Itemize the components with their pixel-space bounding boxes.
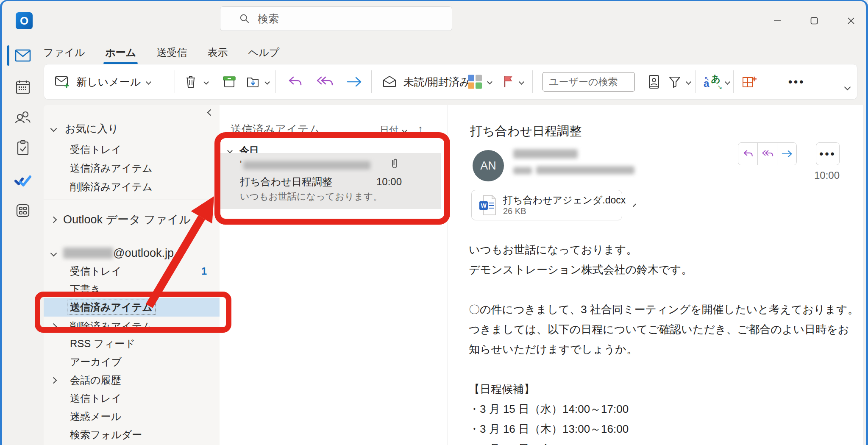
filter-dropdown-icon[interactable] (686, 79, 691, 85)
favorites-header[interactable]: お気に入り (44, 119, 220, 138)
rail-calendar[interactable] (2, 75, 44, 99)
tasks-icon (16, 140, 30, 156)
reading-pane: 打ち合わせ日程調整 ••• 10:00 AN (448, 105, 863, 445)
folder-conversation-history[interactable]: 会話の履歴 (44, 371, 220, 389)
minimize-button[interactable] (765, 9, 790, 33)
reply-button[interactable] (738, 143, 757, 165)
move-to-button[interactable] (246, 75, 269, 89)
outlook-window: O ファイル ホーム 送受信 表示 ヘルプ (0, 0, 868, 445)
collapse-ribbon-icon[interactable] (844, 84, 851, 91)
delete-dropdown-icon[interactable] (203, 79, 209, 85)
rail-mail[interactable] (2, 44, 44, 67)
message-subject: 打ち合わせ日程調整 (470, 123, 581, 140)
folder-drafts[interactable]: 下書き (44, 280, 220, 299)
search-bar[interactable] (220, 6, 452, 31)
unread-read-button[interactable]: 未読/開封済み (381, 75, 470, 89)
folder-outbox[interactable]: 送信トレイ (44, 389, 220, 408)
reply-all-button[interactable] (757, 143, 777, 165)
unread-count-badge: 1 (201, 266, 207, 277)
folder-deleted-items[interactable]: 削除済みアイテム (44, 317, 220, 336)
rail-todo[interactable] (2, 168, 44, 192)
tab-help[interactable]: ヘルプ (247, 45, 280, 60)
body-line: ・3 月 15 日（水）14:00～17:00 (469, 399, 854, 419)
folder-junk-email[interactable]: 迷惑メール (44, 407, 220, 426)
attachment-size: 26 KB (503, 206, 526, 216)
categorize-dropdown-icon[interactable] (487, 79, 492, 85)
rail-tasks[interactable] (2, 136, 44, 160)
minimize-icon (772, 16, 782, 26)
address-book-icon (648, 74, 660, 89)
search-input[interactable] (257, 12, 428, 25)
outlook-data-file[interactable]: Outlook データ ファイル (44, 210, 220, 229)
maximize-button[interactable] (802, 9, 826, 33)
forward-button[interactable] (346, 75, 363, 88)
folder-archive[interactable]: アーカイブ (44, 353, 220, 371)
sort-direction-button[interactable]: ↑ (418, 123, 423, 135)
more-actions-button[interactable]: ••• (816, 142, 840, 165)
folder-inbox[interactable]: 受信トレイ 1 (44, 262, 220, 281)
collapse-folder-pane-icon[interactable] (207, 109, 214, 116)
categorize-button[interactable] (468, 75, 492, 89)
address-book-button[interactable] (648, 74, 660, 89)
move-to-dropdown-icon[interactable] (264, 79, 270, 85)
word-file-icon: W (479, 195, 497, 216)
send-to-onenote-button[interactable]: + (743, 75, 757, 89)
chevron-down-icon (227, 148, 233, 153)
todo-check-icon (14, 173, 32, 187)
ribbon: 新しいメール (44, 64, 857, 100)
folder-sent-items[interactable]: 送信済みアイテム (44, 298, 220, 317)
ribbon-separator (371, 70, 372, 93)
follow-up-dropdown-icon[interactable] (519, 79, 524, 85)
email-list-item[interactable]: ' 打ち合わせ日程調整 10:00 いつもお世話になっております。 (220, 153, 441, 209)
filter-email-button[interactable] (668, 75, 690, 89)
favorite-deleted-items[interactable]: 削除済みアイテム (44, 178, 220, 196)
user-search-input[interactable] (542, 72, 635, 92)
user-search-field[interactable] (542, 72, 635, 92)
forward-button[interactable] (777, 143, 796, 165)
attachment-dropdown-icon[interactable] (633, 203, 636, 207)
message-list-pane: 送信済みアイテム 日付 ↑ 今日 ' 打ち合わせ日程調整 10:00 いつもお世… (220, 105, 448, 445)
tab-view[interactable]: 表示 (206, 45, 228, 60)
reply-all-button[interactable] (315, 75, 334, 89)
ribbon-separator (275, 70, 276, 93)
forward-icon (346, 75, 363, 88)
translate-button[interactable]: a あ ↖ ↘ (704, 74, 729, 89)
new-mail-icon (54, 74, 70, 89)
folder-search-folders[interactable]: 検索フォルダー (44, 426, 220, 444)
attachment-chip[interactable]: W 打ち合わせアジェンダ.docx 26 KB (471, 190, 622, 220)
app-rail (2, 42, 44, 445)
title-bar: O (2, 1, 866, 42)
avatar: AN (473, 150, 504, 181)
account-header[interactable]: @outlook.jp (44, 244, 220, 262)
maximize-icon (809, 16, 819, 26)
ribbon-tabs: ファイル ホーム 送受信 表示 ヘルプ (42, 43, 280, 62)
favorite-inbox[interactable]: 受信トレイ (44, 140, 220, 159)
rail-apps[interactable] (2, 199, 44, 222)
more-commands-button[interactable]: ••• (788, 75, 805, 89)
follow-up-button[interactable] (502, 75, 523, 89)
ribbon-separator (532, 70, 533, 93)
translate-dropdown-icon[interactable] (725, 79, 730, 85)
close-button[interactable] (839, 9, 863, 33)
reply-button[interactable] (287, 75, 303, 89)
archive-button[interactable] (222, 75, 236, 89)
translate-icon: a あ ↖ ↘ (704, 74, 722, 89)
body-line (469, 359, 854, 379)
new-mail-dropdown-icon[interactable] (146, 79, 151, 85)
email-sender: ' (240, 159, 370, 170)
delete-button[interactable] (184, 75, 208, 89)
tab-file[interactable]: ファイル (42, 45, 86, 60)
account-name-redacted (63, 248, 113, 259)
new-mail-button[interactable]: 新しいメール (54, 74, 150, 89)
rail-people[interactable] (2, 106, 44, 129)
divider (44, 200, 220, 200)
favorite-sent-items[interactable]: 送信済みアイテム (44, 159, 220, 178)
tab-home[interactable]: ホーム (104, 45, 137, 60)
sort-by-date-button[interactable]: 日付 (380, 124, 406, 136)
tab-send-receive[interactable]: 送受信 (156, 45, 188, 60)
grid-add-icon: + (743, 75, 757, 89)
ribbon-separator (695, 70, 696, 93)
body-line: 〇の件につきまして、3 社合同ミーティングを開催したいと考えております。 (469, 300, 854, 320)
ribbon-separator (175, 70, 175, 93)
folder-rss-feed[interactable]: RSS フィード (44, 334, 220, 353)
